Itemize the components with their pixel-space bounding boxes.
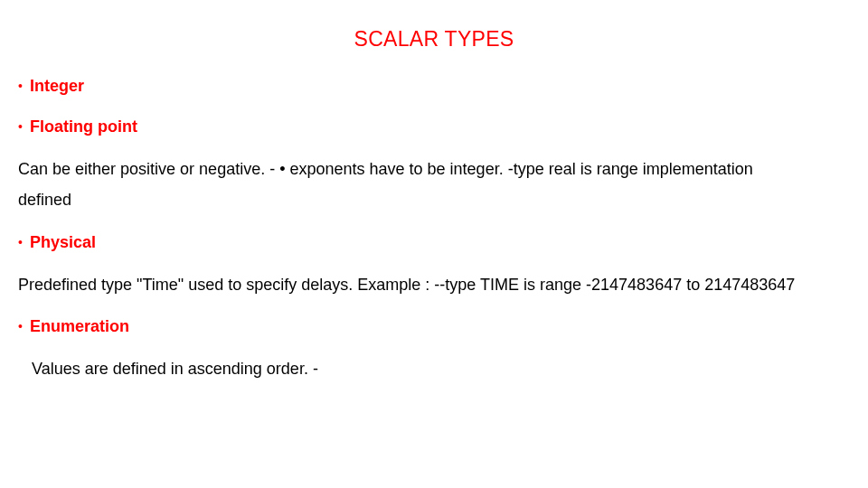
bullet-icon: • — [18, 120, 23, 133]
bullet-label-enumeration: Enumeration — [30, 317, 129, 336]
bullet-integer: • Integer — [18, 77, 850, 96]
bullet-label-physical: Physical — [30, 233, 96, 252]
bullet-physical: • Physical — [18, 233, 850, 252]
floating-desc-line2: defined — [18, 189, 850, 211]
physical-desc: Predefined type "Time" used to specify d… — [18, 274, 850, 296]
bullet-label-integer: Integer — [30, 77, 84, 96]
bullet-enumeration: • Enumeration — [18, 317, 850, 336]
bullet-icon: • — [18, 80, 23, 92]
bullet-icon: • — [18, 236, 23, 249]
enum-desc: Values are defined in ascending order. - — [18, 358, 850, 380]
bullet-floating-point: • Floating point — [18, 117, 850, 136]
bullet-icon: • — [18, 320, 23, 333]
slide-title: SCALAR TYPES — [18, 27, 850, 52]
slide-container: SCALAR TYPES • Integer • Floating point … — [0, 0, 868, 488]
floating-desc-line1: Can be either positive or negative. - • … — [18, 158, 850, 180]
bullet-label-floating-point: Floating point — [30, 117, 137, 136]
